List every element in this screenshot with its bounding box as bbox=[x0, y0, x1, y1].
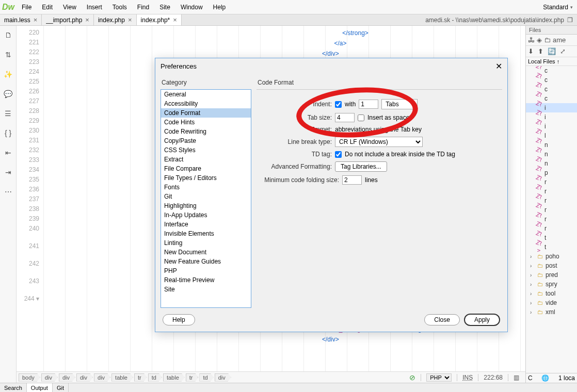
file-row[interactable]: <?>l bbox=[526, 131, 577, 140]
category-item[interactable]: File Compare bbox=[161, 164, 251, 173]
site-name[interactable]: ame bbox=[553, 36, 566, 44]
category-item[interactable]: CSS Styles bbox=[161, 145, 251, 155]
category-item[interactable]: Code Format bbox=[161, 108, 251, 118]
close-icon[interactable]: ✕ bbox=[495, 61, 502, 71]
menu-file[interactable]: File bbox=[17, 0, 37, 14]
sync-status-icon[interactable]: C bbox=[528, 374, 533, 382]
close-icon[interactable]: × bbox=[34, 16, 38, 24]
insert-spaces-checkbox[interactable] bbox=[358, 115, 364, 121]
globe-icon[interactable]: 🌐 bbox=[541, 374, 549, 382]
breadcrumb-tr[interactable]: tr bbox=[186, 373, 199, 382]
close-icon[interactable]: × bbox=[128, 16, 132, 24]
tab-main-less[interactable]: main.less× bbox=[0, 14, 42, 25]
file-row[interactable]: <?>i bbox=[526, 112, 577, 122]
upload-icon[interactable]: ⬆ bbox=[538, 47, 543, 55]
restore-icon[interactable]: ❐ bbox=[567, 17, 573, 24]
category-item[interactable]: Real-time Preview bbox=[161, 275, 251, 285]
category-item[interactable]: Invisible Elements bbox=[161, 229, 251, 238]
breadcrumb-div[interactable]: div bbox=[59, 373, 75, 382]
file-row[interactable]: <?>c bbox=[526, 66, 577, 75]
category-list[interactable]: GeneralAccessibilityCode FormatCode Hint… bbox=[161, 89, 251, 308]
breadcrumb-table[interactable]: table bbox=[111, 373, 133, 382]
menu-find[interactable]: Find bbox=[132, 0, 154, 14]
tag-libraries-button[interactable]: Tag Libraries... bbox=[335, 161, 387, 172]
tabsize-input[interactable] bbox=[335, 113, 355, 122]
help-button[interactable]: Help bbox=[163, 314, 195, 325]
expand-icon[interactable]: ⤢ bbox=[560, 47, 566, 55]
close-icon[interactable]: × bbox=[85, 16, 89, 24]
folder-row[interactable]: ›🗀vide bbox=[526, 298, 577, 307]
tab-search[interactable]: Search bbox=[0, 383, 27, 392]
category-item[interactable]: File Types / Editors bbox=[161, 173, 251, 183]
brackets-icon[interactable]: { } bbox=[3, 128, 13, 138]
breadcrumb-td[interactable]: td bbox=[199, 373, 213, 382]
indent-unit-select[interactable]: Tabs bbox=[381, 99, 418, 109]
folder-row[interactable]: ›🗀pred bbox=[526, 270, 577, 280]
category-item[interactable]: Copy/Paste bbox=[161, 136, 251, 145]
tdtag-checkbox[interactable] bbox=[335, 151, 342, 158]
category-item[interactable]: General bbox=[161, 90, 251, 99]
swap-icon[interactable]: ⇅ bbox=[3, 50, 13, 60]
file-row[interactable]: <?>r bbox=[526, 215, 577, 224]
file-row[interactable]: <?>n bbox=[526, 150, 577, 159]
folder-row[interactable]: ›🗀tool bbox=[526, 289, 577, 298]
minfold-input[interactable] bbox=[342, 175, 362, 185]
file-row[interactable]: <?>c bbox=[526, 85, 577, 94]
category-item[interactable]: PHP bbox=[161, 266, 251, 275]
breadcrumb-div[interactable]: div bbox=[215, 373, 231, 382]
menu-edit[interactable]: Edit bbox=[37, 0, 58, 14]
file-row[interactable]: <?>r bbox=[526, 177, 577, 187]
indent-size-input[interactable] bbox=[359, 100, 378, 109]
sync-icon[interactable]: 🔄 bbox=[548, 47, 556, 55]
close-button[interactable]: Close bbox=[424, 314, 460, 325]
category-item[interactable]: In-App Updates bbox=[161, 210, 251, 220]
category-item[interactable]: Accessibility bbox=[161, 99, 251, 108]
category-item[interactable]: Fonts bbox=[161, 183, 251, 192]
menu-view[interactable]: View bbox=[58, 0, 82, 14]
category-item[interactable]: Linting bbox=[161, 238, 251, 248]
file-row[interactable]: <?>t bbox=[526, 233, 577, 242]
file-row[interactable]: <?>c bbox=[526, 94, 577, 103]
file-row[interactable]: <?>r bbox=[526, 224, 577, 233]
file-row[interactable]: <?>p bbox=[526, 168, 577, 177]
category-item[interactable]: Git bbox=[161, 192, 251, 201]
file-row[interactable]: <?>t bbox=[526, 242, 577, 252]
menu-site[interactable]: Site bbox=[154, 0, 175, 14]
download-icon[interactable]: ⬇ bbox=[528, 47, 534, 55]
file-row[interactable]: <?>r bbox=[526, 196, 577, 205]
category-item[interactable]: New Document bbox=[161, 248, 251, 257]
tab-index-php-mod[interactable]: index.php*× bbox=[137, 14, 182, 25]
file-row[interactable]: <?>i bbox=[526, 122, 577, 131]
close-icon[interactable]: × bbox=[173, 16, 177, 24]
menu-help[interactable]: Help bbox=[208, 0, 231, 14]
indent-left-icon[interactable]: ⇤ bbox=[3, 148, 13, 158]
overview-icon[interactable]: ▥ bbox=[514, 374, 519, 381]
category-item[interactable]: Interface bbox=[161, 220, 251, 229]
tab-git[interactable]: Git bbox=[53, 383, 69, 392]
tab-import-php[interactable]: __import.php× bbox=[42, 14, 94, 25]
linebreak-select[interactable]: CR LF (Windows) bbox=[335, 137, 423, 147]
ftp-icon[interactable]: ◈ bbox=[537, 36, 542, 44]
category-item[interactable]: New Feature Guides bbox=[161, 257, 251, 266]
folder-row[interactable]: ›🗀poho bbox=[526, 252, 577, 261]
indent-right-icon[interactable]: ⇥ bbox=[3, 167, 13, 177]
breadcrumb-body[interactable]: body bbox=[19, 373, 40, 382]
folder-row[interactable]: ›🗀post bbox=[526, 261, 577, 270]
wand-icon[interactable]: ✨ bbox=[3, 69, 13, 79]
breadcrumb-table[interactable]: table bbox=[163, 373, 185, 382]
breadcrumb-div[interactable]: div bbox=[41, 373, 58, 382]
breadcrumb-td[interactable]: td bbox=[148, 373, 162, 382]
folder-row[interactable]: ›🗀xml bbox=[526, 307, 577, 317]
insert-mode[interactable]: INS bbox=[462, 374, 473, 381]
category-item[interactable]: Code Rewriting bbox=[161, 127, 251, 136]
language-select[interactable]: PHP bbox=[426, 373, 452, 382]
file-row[interactable]: <?>n bbox=[526, 140, 577, 150]
file-row[interactable]: <?>r bbox=[526, 187, 577, 196]
category-item[interactable]: Site bbox=[161, 285, 251, 294]
apply-button[interactable]: Apply bbox=[464, 314, 500, 326]
breadcrumb-div[interactable]: div bbox=[94, 373, 110, 382]
category-item[interactable]: Highlighting bbox=[161, 201, 251, 210]
file-row[interactable]: <?>r bbox=[526, 205, 577, 215]
breadcrumb-tr[interactable]: tr bbox=[134, 373, 147, 382]
menu-window[interactable]: Window bbox=[175, 0, 208, 14]
